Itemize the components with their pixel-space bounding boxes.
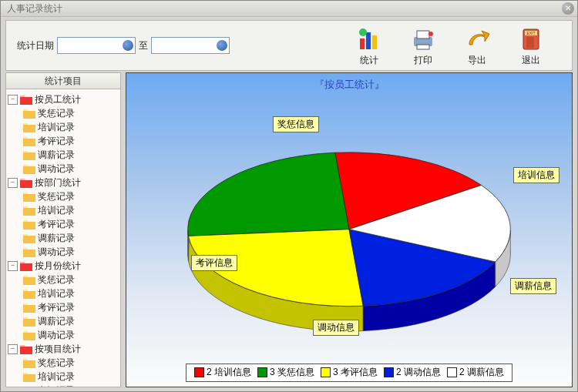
- tree-item-label: 奖惩记录: [38, 106, 75, 120]
- print-button[interactable]: 打印: [396, 25, 450, 67]
- svg-rect-5: [417, 31, 429, 39]
- tree-item[interactable]: 奖惩记录: [23, 356, 119, 370]
- tree-item[interactable]: 考评记录: [23, 384, 119, 387]
- folder-icon: [23, 206, 35, 215]
- chart-panel: 『按员工统计』 奖惩信息 培训信息 考评信息 调动信息 调薪信息 2 培训信息3…: [126, 72, 573, 387]
- slice-label-eval: 考评信息: [191, 255, 237, 271]
- tree-item[interactable]: 培训记录: [23, 203, 119, 217]
- legend-text: 2 调动信息: [396, 366, 441, 379]
- app-window: 人事记录统计 ✕ 统计日期 至 统计 打印: [0, 0, 578, 392]
- tree-group-label: 按月份统计: [35, 259, 81, 273]
- tree-item-label: 调薪记录: [38, 314, 75, 328]
- date-range: 统计日期 至: [6, 37, 233, 54]
- svg-text:EXIT: EXIT: [526, 31, 535, 35]
- legend-box: 2 培训信息3 奖惩信息3 考评信息2 调动信息2 调薪信息: [186, 364, 512, 382]
- folder-icon: [23, 289, 35, 298]
- tree-item-label: 调动记录: [38, 245, 75, 259]
- print-icon: [409, 26, 437, 52]
- tree-item-label: 培训记录: [38, 120, 75, 134]
- chart-title: 『按员工统计』: [126, 78, 572, 92]
- tree-item-label: 调薪记录: [38, 148, 75, 162]
- slice-label-train: 培训信息: [513, 167, 560, 183]
- svg-rect-0: [360, 39, 365, 49]
- tree-item[interactable]: 培训记录: [23, 370, 119, 384]
- tree-item[interactable]: 考评记录: [23, 217, 119, 231]
- svg-rect-11: [526, 37, 534, 48]
- folder-icon: [23, 247, 35, 256]
- body: 统计项目 −按员工统计奖惩记录培训记录考评记录调薪记录调动记录−按部门统计奖惩记…: [5, 72, 573, 387]
- tree-item[interactable]: 奖惩记录: [23, 273, 119, 286]
- folder-icon: [23, 386, 35, 387]
- legend-text: 2 调薪信息: [459, 366, 504, 379]
- tree-item[interactable]: 奖惩记录: [23, 106, 119, 120]
- tree-item[interactable]: 调动记录: [23, 328, 119, 342]
- tree-item-label: 培训记录: [38, 370, 75, 384]
- tree-group-label: 按部门统计: [35, 176, 81, 189]
- folder-icon: [20, 178, 32, 187]
- export-button[interactable]: 导出: [450, 25, 504, 67]
- dropdown-icon[interactable]: [217, 40, 227, 51]
- tree-item-label: 培训记录: [38, 286, 75, 300]
- stats-icon: [355, 26, 383, 52]
- export-icon: [463, 26, 491, 52]
- tree-item[interactable]: 考评记录: [23, 300, 119, 314]
- tree[interactable]: −按员工统计奖惩记录培训记录考评记录调薪记录调动记录−按部门统计奖惩记录培训记录…: [6, 89, 120, 387]
- svg-rect-1: [366, 32, 371, 49]
- exit-icon: EXIT: [517, 26, 545, 52]
- tree-group[interactable]: −按部门统计: [8, 176, 119, 189]
- exit-button[interactable]: EXIT 退出: [504, 25, 558, 67]
- collapse-icon[interactable]: −: [8, 178, 18, 188]
- tree-item-label: 考评记录: [38, 134, 75, 148]
- folder-icon: [23, 150, 35, 159]
- tree-title: 统计项目: [6, 73, 120, 89]
- stats-button[interactable]: 统计: [342, 25, 396, 67]
- close-icon[interactable]: ✕: [562, 2, 574, 15]
- tree-item[interactable]: 调动记录: [23, 245, 119, 259]
- legend-swatch: [384, 367, 394, 377]
- tree-group[interactable]: −按员工统计: [8, 92, 119, 106]
- tree-item-label: 考评记录: [38, 217, 75, 231]
- folder-icon: [23, 164, 35, 173]
- tree-group[interactable]: −按月份统计: [8, 259, 119, 273]
- legend-text: 2 培训信息: [207, 366, 251, 379]
- folder-icon: [23, 358, 35, 367]
- collapse-icon[interactable]: −: [8, 261, 18, 271]
- exit-button-label: 退出: [504, 54, 558, 67]
- window-title: 人事记录统计: [7, 3, 62, 14]
- folder-icon: [23, 317, 35, 326]
- toolbar-buttons: 统计 打印 导出 EXIT 退出: [342, 25, 572, 67]
- export-button-label: 导出: [450, 54, 504, 67]
- dropdown-icon[interactable]: [123, 40, 133, 51]
- toolbar: 统计日期 至 统计 打印 导出: [5, 20, 573, 71]
- slice-label-move: 调动信息: [313, 320, 359, 336]
- print-button-label: 打印: [396, 54, 450, 67]
- tree-item-label: 调动记录: [38, 162, 75, 176]
- slice-label-reward: 奖惩信息: [273, 116, 319, 132]
- tree-item[interactable]: 调薪记录: [23, 231, 119, 245]
- tree-item[interactable]: 调薪记录: [23, 148, 119, 162]
- folder-icon: [23, 303, 35, 312]
- legend-text: 3 考评信息: [333, 366, 378, 379]
- tree-item[interactable]: 调动记录: [23, 162, 119, 176]
- tree-group-label: 按员工统计: [35, 92, 81, 106]
- legend-swatch: [257, 367, 267, 377]
- tree-group[interactable]: −按项目统计: [8, 342, 119, 356]
- tree-item[interactable]: 奖惩记录: [23, 189, 119, 203]
- collapse-icon[interactable]: −: [8, 95, 18, 105]
- tree-item[interactable]: 培训记录: [23, 286, 119, 300]
- date-to-input[interactable]: [151, 37, 230, 54]
- tree-item[interactable]: 考评记录: [23, 134, 119, 148]
- folder-icon: [23, 122, 35, 132]
- legend-swatch: [194, 367, 204, 377]
- legend: 2 培训信息3 奖惩信息3 考评信息2 调动信息2 调薪信息: [126, 364, 572, 382]
- tree-item-label: 培训记录: [38, 203, 75, 217]
- tree-item[interactable]: 培训记录: [23, 120, 119, 134]
- collapse-icon[interactable]: −: [8, 344, 18, 354]
- date-from-input[interactable]: [57, 37, 136, 54]
- folder-icon: [23, 330, 35, 340]
- legend-item: 2 培训信息: [194, 366, 251, 379]
- tree-item[interactable]: 调薪记录: [23, 314, 119, 328]
- date-label: 统计日期: [17, 39, 54, 52]
- folder-icon: [23, 109, 35, 118]
- legend-item: 3 考评信息: [321, 366, 378, 379]
